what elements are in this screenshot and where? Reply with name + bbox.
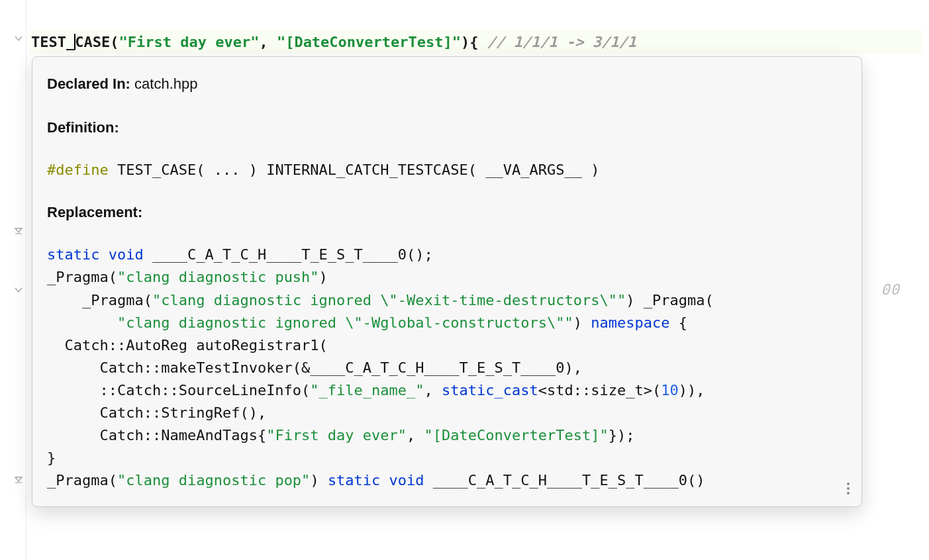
fold-collapsed-icon[interactable] <box>15 226 24 236</box>
code-token-keyword: void <box>389 472 424 489</box>
code-token: _Pragma( <box>47 269 117 285</box>
code-token-string: "clang diagnostic push" <box>117 269 319 285</box>
code-token: _Pragma( <box>47 472 117 489</box>
code-token: , <box>259 34 277 50</box>
fold-collapsed-icon[interactable] <box>15 475 24 485</box>
code-token-string: "clang diagnostic ignored \"-Wexit-time-… <box>152 292 626 308</box>
code-token: _Pragma( <box>47 292 152 308</box>
code-token: ) _Pragma( <box>626 292 713 308</box>
code-token-number: 10 <box>661 382 679 398</box>
code-token: ) <box>310 472 328 489</box>
code-editor[interactable]: TEST_CASE("First day ever", "[DateConver… <box>0 0 929 560</box>
code-token-keyword: void <box>109 246 144 263</box>
code-token: , <box>424 382 442 398</box>
code-token: Catch::NameAndTags{ <box>47 427 266 443</box>
code-token <box>99 246 108 263</box>
code-token: } <box>47 449 56 466</box>
fold-toggle-icon[interactable] <box>15 34 24 44</box>
code-token: Catch::makeTestInvoker(&____C_A_T_C_H___… <box>47 359 582 376</box>
definition-code: #define TEST_CASE( ... ) INTERNAL_CATCH_… <box>47 159 847 181</box>
code-token: ) <box>319 269 328 285</box>
code-token: { <box>669 314 687 331</box>
replacement-label: Replacement: <box>47 201 847 224</box>
more-options-icon[interactable] <box>844 480 852 497</box>
code-token <box>380 472 389 489</box>
declared-in-value: catch.hpp <box>130 75 198 92</box>
code-token: TEST_CASE( ... ) INTERNAL_CATCH_TESTCASE… <box>109 162 600 178</box>
code-token: ( <box>110 34 119 50</box>
code-token: Catch::StringRef(), <box>47 404 266 421</box>
code-token-function: CASE <box>75 34 110 50</box>
code-token-keyword: #define <box>47 162 109 178</box>
code-token-string: "clang diagnostic pop" <box>117 472 310 489</box>
code-token: ::Catch::SourceLineInfo( <box>47 382 310 398</box>
code-line[interactable]: TEST_CASE("First day ever", "[DateConver… <box>30 30 922 54</box>
code-token-string: "_file_name_" <box>310 382 424 398</box>
code-token-keyword: static <box>47 246 99 263</box>
code-token-function: TEST_ <box>31 34 75 50</box>
code-token: ____C_A_T_C_H____T_E_S_T____0() <box>424 472 705 489</box>
editor-gutter <box>0 0 26 560</box>
code-token-string: "First day ever" <box>266 427 407 443</box>
code-token: { <box>469 34 487 50</box>
code-token-keyword: namespace <box>591 314 669 331</box>
fold-toggle-icon[interactable] <box>15 286 24 295</box>
code-token-comment: // 1/1/1 -> 3/1/1 <box>487 34 636 50</box>
code-token-string: "First day ever" <box>119 34 259 50</box>
code-token-string: "[DateConverterTest]" <box>424 427 609 443</box>
code-token: ) <box>573 314 591 331</box>
code-token <box>47 314 117 331</box>
code-token-string: "[DateConverterTest]" <box>277 34 461 50</box>
replacement-code: static void ____C_A_T_C_H____T_E_S_T____… <box>47 244 847 492</box>
code-token: )), <box>679 382 705 398</box>
documentation-popup: Declared In: catch.hpp Definition: #defi… <box>32 56 862 507</box>
code-token-keyword: static_cast <box>442 382 538 398</box>
code-token: ) <box>461 34 469 50</box>
code-token: ____C_A_T_C_H____T_E_S_T____0(); <box>144 246 433 263</box>
code-token: Catch::AutoReg autoRegistrar1( <box>47 337 328 353</box>
code-token-keyword: static <box>328 472 380 489</box>
code-token-string: "clang diagnostic ignored \"-Wglobal-con… <box>117 314 573 331</box>
definition-label: Definition: <box>47 117 847 139</box>
code-token: , <box>407 427 424 443</box>
code-token: }); <box>609 427 635 443</box>
declared-in-label: Declared In: <box>47 75 130 92</box>
inline-hint: 00 <box>881 281 901 298</box>
code-token: <std::size_t>( <box>538 382 661 398</box>
